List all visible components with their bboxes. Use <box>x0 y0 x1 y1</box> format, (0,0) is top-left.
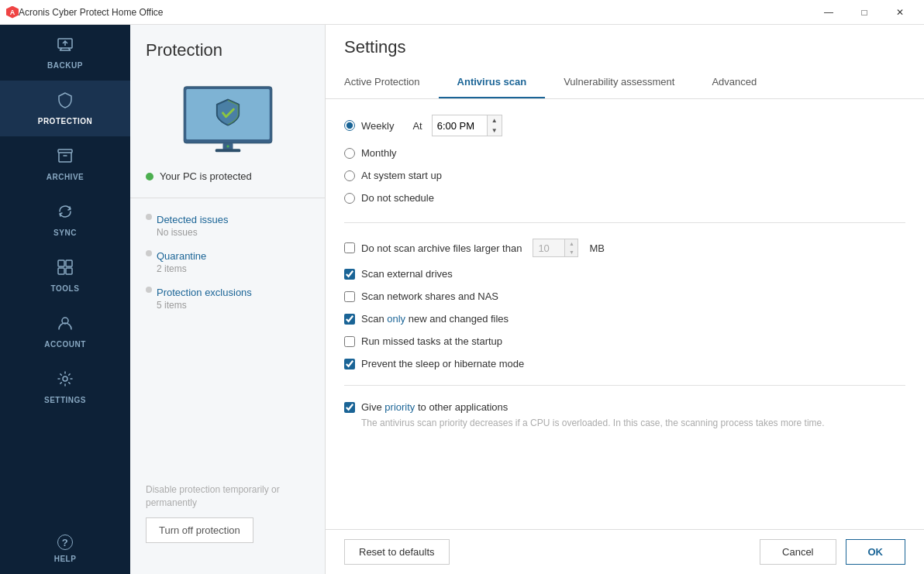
pc-status: Your PC is protected <box>130 170 325 198</box>
sidebar-item-tools[interactable]: TOOLS <box>0 248 130 304</box>
svg-rect-3 <box>66 260 72 266</box>
archive-num-wrap: ▲ ▼ <box>533 239 578 257</box>
reset-button[interactable]: Reset to defaults <box>344 539 450 565</box>
checkbox-external-drives[interactable] <box>344 269 355 280</box>
nav-dot-quarantine <box>146 250 152 256</box>
nav-item-detected[interactable]: Detected issues No issues <box>130 208 325 244</box>
nav-item-quarantine[interactable]: Quarantine 2 items <box>130 244 325 280</box>
mb-label: MB <box>589 242 605 254</box>
schedule-section: Weekly At ▲ ▼ <box>344 115 905 204</box>
checkbox-label-network[interactable]: Scan network shares and NAS <box>361 290 498 302</box>
radio-label-no-schedule[interactable]: Do not schedule <box>361 192 434 204</box>
checkbox-label-missed[interactable]: Run missed tasks at the startup <box>361 335 502 347</box>
left-divider <box>130 198 325 198</box>
at-label: At <box>412 120 422 132</box>
sidebar-item-help[interactable]: ? HELP <box>0 524 130 574</box>
radio-no-schedule[interactable] <box>344 193 355 204</box>
archive-down-button[interactable]: ▼ <box>565 248 578 256</box>
time-down-button[interactable]: ▼ <box>488 125 502 136</box>
checkbox-give-priority[interactable] <box>344 402 355 413</box>
sidebar-item-backup[interactable]: BACKUP <box>0 25 130 81</box>
nav-item-exclusions[interactable]: Protection exclusions 5 items <box>130 280 325 317</box>
checkbox-row-new-changed: Scan only new and changed files <box>344 313 905 325</box>
checkbox-new-changed[interactable] <box>344 314 355 325</box>
sidebar: BACKUP PROTECTION ARCHIVE SYNC TOOLS <box>0 25 130 574</box>
priority-description: The antivirus scan priority decreases if… <box>344 416 848 430</box>
left-panel: Protection <box>130 25 326 574</box>
checkbox-network-shares[interactable] <box>344 291 355 302</box>
sidebar-item-protection[interactable]: PROTECTION <box>0 81 130 136</box>
radio-weekly[interactable] <box>344 120 355 131</box>
svg-rect-1 <box>58 150 72 153</box>
time-row: At ▲ ▼ <box>412 115 502 136</box>
checkbox-row-sleep: Prevent the sleep or hibernate mode <box>344 358 905 369</box>
sidebar-item-settings[interactable]: SETTINGS <box>0 359 130 415</box>
pc-status-text: Your PC is protected <box>160 170 252 182</box>
radio-label-system-start[interactable]: At system start up <box>361 170 442 181</box>
checkbox-row-network: Scan network shares and NAS <box>344 290 905 302</box>
window-controls: — □ ✕ <box>811 0 918 25</box>
radio-row-no-schedule: Do not schedule <box>344 192 905 204</box>
ok-button[interactable]: OK <box>846 539 906 565</box>
sidebar-archive-label: ARCHIVE <box>47 173 84 181</box>
close-button[interactable]: ✕ <box>882 0 918 25</box>
schedule-radio-group: Weekly At ▲ ▼ <box>344 115 905 204</box>
svg-rect-4 <box>58 268 64 274</box>
minimize-button[interactable]: — <box>811 0 846 25</box>
sidebar-item-sync[interactable]: SYNC <box>0 192 130 248</box>
checkbox-label-sleep[interactable]: Prevent the sleep or hibernate mode <box>361 358 524 369</box>
sidebar-help-label: HELP <box>54 555 77 563</box>
titlebar: A Acronis Cyber Protect Home Office — □ … <box>0 0 924 25</box>
footer-left: Reset to defaults <box>344 539 750 565</box>
svg-rect-5 <box>66 268 72 274</box>
maximize-button[interactable]: □ <box>846 0 882 25</box>
tab-active-protection[interactable]: Active Protection <box>326 67 439 98</box>
time-input[interactable] <box>433 115 487 136</box>
cancel-button[interactable]: Cancel <box>760 539 836 565</box>
checkbox-missed-tasks[interactable] <box>344 336 355 347</box>
panel-title: Protection <box>130 40 325 73</box>
radio-system-start[interactable] <box>344 170 355 181</box>
nav-dot-exclusions <box>146 287 152 293</box>
turn-off-button[interactable]: Turn off protection <box>146 517 253 543</box>
svg-rect-2 <box>58 260 64 266</box>
sidebar-item-archive[interactable]: ARCHIVE <box>0 136 130 192</box>
tab-vulnerability-assessment[interactable]: Vulnerability assessment <box>545 67 693 98</box>
priority-section: Give priority to other applications The … <box>344 401 905 430</box>
disable-text: Disable protection temporarily or perman… <box>146 483 309 510</box>
radio-monthly[interactable] <box>344 148 355 159</box>
settings-panel: Settings Active Protection Antivirus sca… <box>326 25 924 574</box>
sync-icon <box>57 203 74 224</box>
sidebar-settings-label: SETTINGS <box>44 396 86 404</box>
radio-label-weekly[interactable]: Weekly <box>361 120 394 132</box>
tools-icon <box>57 259 74 280</box>
checkbox-label-no-archive[interactable]: Do not scan archive files larger than <box>361 242 522 254</box>
tab-advanced[interactable]: Advanced <box>693 67 775 98</box>
checkbox-prevent-sleep[interactable] <box>344 359 355 369</box>
nav-label-quarantine: Quarantine <box>157 250 206 262</box>
tab-antivirus-scan[interactable]: Antivirus scan <box>439 67 546 98</box>
nav-sub-detected: No issues <box>157 227 229 238</box>
help-icon: ? <box>57 534 73 550</box>
archive-icon <box>57 147 74 168</box>
radio-row-monthly: Monthly <box>344 147 905 159</box>
radio-row-weekly: Weekly <box>344 120 394 132</box>
sidebar-item-account[interactable]: ACCOUNT <box>0 304 130 359</box>
sidebar-backup-label: BACKUP <box>47 61 83 70</box>
archive-num-input[interactable] <box>533 239 564 256</box>
radio-label-monthly[interactable]: Monthly <box>361 147 397 159</box>
checkbox-label-priority: Give priority to other applications <box>361 401 508 413</box>
status-dot <box>146 173 153 180</box>
backup-icon <box>57 36 74 57</box>
checkbox-label-external[interactable]: Scan external drives <box>361 268 453 280</box>
checkbox-no-archive[interactable] <box>344 242 355 253</box>
settings-footer: Reset to defaults Cancel OK <box>326 529 924 574</box>
time-input-wrap: ▲ ▼ <box>432 115 502 136</box>
time-up-button[interactable]: ▲ <box>488 115 502 125</box>
sidebar-sync-label: SYNC <box>53 229 77 237</box>
settings-icon <box>57 370 74 391</box>
checkbox-row-external: Scan external drives <box>344 268 905 280</box>
archive-up-button[interactable]: ▲ <box>565 239 578 248</box>
account-icon <box>57 314 74 335</box>
options-group: Do not scan archive files larger than ▲ … <box>344 239 905 369</box>
